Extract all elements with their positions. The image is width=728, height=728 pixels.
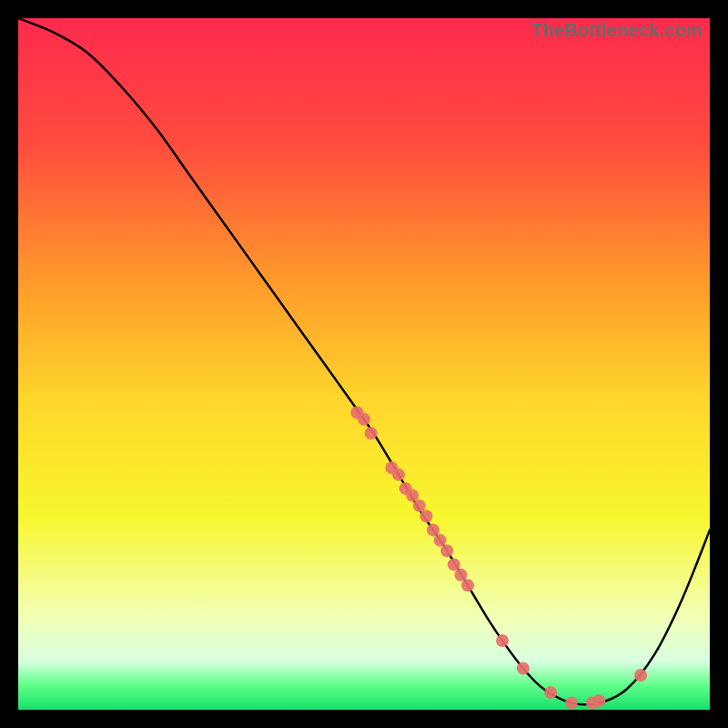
highlight-point <box>448 558 460 571</box>
highlight-point <box>517 662 530 674</box>
highlight-point <box>358 413 370 426</box>
highlight-point <box>434 534 447 547</box>
highlight-point <box>413 500 426 512</box>
highlight-point <box>496 634 509 647</box>
highlight-point <box>427 523 440 536</box>
highlight-point <box>461 579 474 592</box>
highlight-point <box>592 694 605 707</box>
highlight-point <box>440 544 453 557</box>
watermark-text: TheBottleneck.com <box>531 20 703 41</box>
chart-frame: TheBottleneck.com <box>18 18 710 710</box>
highlight-point <box>565 696 578 709</box>
highlight-point <box>406 489 419 501</box>
highlight-points-group <box>350 406 647 709</box>
chart-overlay <box>18 18 710 710</box>
highlight-point <box>392 469 405 481</box>
highlight-point <box>544 686 557 699</box>
highlight-point <box>454 569 467 581</box>
highlight-point <box>365 427 378 440</box>
bottleneck-curve <box>18 18 710 704</box>
highlight-point <box>634 669 647 682</box>
highlight-point <box>420 510 432 522</box>
